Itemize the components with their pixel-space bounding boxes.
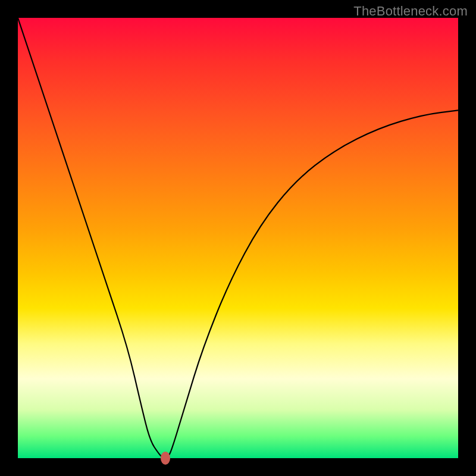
curve-svg <box>18 18 458 458</box>
watermark-text: TheBottleneck.com <box>353 4 468 19</box>
bottleneck-curve-path <box>18 18 458 458</box>
minimum-marker <box>161 452 170 465</box>
plot-area <box>18 18 458 458</box>
chart-frame: TheBottleneck.com <box>0 0 476 476</box>
